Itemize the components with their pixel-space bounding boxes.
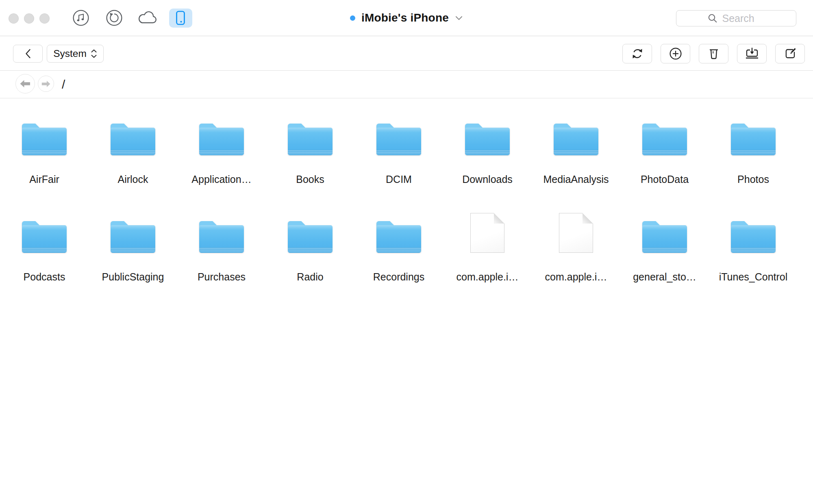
item-com-apple-1[interactable]: com.apple.i… (443, 214, 532, 283)
search-input[interactable] (722, 12, 765, 25)
action-buttons (622, 44, 805, 63)
item-label: Purchases (198, 271, 246, 283)
folder-icon (22, 124, 67, 155)
item-label: general_sto… (633, 271, 696, 283)
item-label: Books (296, 173, 324, 185)
folder-icon (642, 124, 687, 155)
item-publicstaging[interactable]: PublicStaging (89, 214, 177, 283)
item-general-storage[interactable]: general_sto… (620, 214, 709, 283)
folder-icon (376, 124, 421, 155)
title-bar: iMobie's iPhone (0, 0, 813, 36)
install-to-device-icon (743, 46, 761, 62)
folder-icon (288, 221, 333, 253)
window-controls (9, 13, 50, 24)
device-title-dropdown[interactable]: iMobie's iPhone (350, 0, 463, 36)
plus-circle-icon (667, 46, 684, 62)
current-path: / (62, 71, 65, 98)
item-label: com.apple.i… (545, 271, 607, 283)
item-airlock[interactable]: Airlock (89, 116, 177, 185)
item-label: Airlock (117, 173, 148, 185)
folder-icon (731, 124, 776, 155)
mode-switcher (69, 0, 192, 36)
folder-icon (199, 124, 244, 155)
folder-icon (111, 124, 155, 155)
close-button[interactable] (9, 13, 19, 24)
app-window: iMobie's iPhone System (0, 0, 813, 504)
folder-icon (288, 124, 333, 155)
folder-icon (111, 221, 155, 253)
item-purchases[interactable]: Purchases (177, 214, 266, 283)
item-label: Radio (297, 271, 323, 283)
item-label: Recordings (373, 271, 424, 283)
connected-status-dot (350, 15, 355, 21)
item-mediaanalysis[interactable]: MediaAnalysis (532, 116, 620, 185)
minimize-button[interactable] (24, 13, 34, 24)
item-photos[interactable]: Photos (709, 116, 798, 185)
item-itunes-control[interactable]: iTunes_Control (709, 214, 798, 283)
item-downloads[interactable]: Downloads (443, 116, 532, 185)
item-label: Downloads (462, 173, 513, 185)
device-tab[interactable] (169, 9, 192, 28)
category-select[interactable]: System (47, 45, 104, 63)
folder-icon (376, 221, 421, 253)
folder-icon (731, 221, 776, 253)
device-icon (176, 11, 186, 26)
breadcrumb: / (0, 71, 813, 98)
music-icon (72, 9, 90, 27)
stepper-chevrons-icon (91, 49, 97, 58)
folder-icon (199, 221, 244, 253)
chevron-left-icon (24, 48, 32, 59)
item-label: com.apple.i… (456, 271, 519, 283)
search-field[interactable] (676, 10, 796, 26)
cloud-tab[interactable] (136, 9, 159, 28)
item-radio[interactable]: Radio (266, 214, 354, 283)
category-value: System (53, 48, 87, 59)
add-button[interactable] (661, 44, 690, 63)
cloud-icon (137, 10, 158, 26)
folder-icon (642, 221, 687, 253)
arrow-left-icon (20, 80, 30, 88)
file-icon (470, 213, 504, 253)
restore-icon (105, 9, 123, 27)
folder-icon (465, 124, 510, 155)
music-tab[interactable] (69, 9, 92, 28)
file-icon (559, 213, 593, 253)
zoom-button[interactable] (39, 13, 50, 24)
item-label: Photos (737, 173, 769, 185)
refresh-icon (629, 46, 646, 62)
arrow-right-icon (41, 80, 50, 87)
back-button[interactable] (13, 45, 43, 63)
item-label: DCIM (386, 173, 412, 185)
restore-tab[interactable] (102, 9, 126, 28)
item-application[interactable]: Application… (177, 116, 266, 185)
item-podcasts[interactable]: Podcasts (0, 214, 89, 283)
item-dcim[interactable]: DCIM (354, 116, 443, 185)
delete-button[interactable] (699, 44, 728, 63)
item-label: MediaAnalysis (543, 173, 609, 185)
folder-icon (22, 221, 67, 253)
item-photodata[interactable]: PhotoData (620, 116, 709, 185)
compose-icon (782, 46, 798, 62)
search-icon (707, 13, 718, 24)
item-label: Podcasts (24, 271, 65, 283)
item-label: Application… (191, 173, 251, 185)
item-com-apple-2[interactable]: com.apple.i… (532, 214, 620, 283)
item-label: PhotoData (641, 173, 689, 185)
item-label: PublicStaging (102, 271, 164, 283)
toolbar: System (0, 36, 813, 71)
chevron-down-icon (455, 15, 463, 21)
item-books[interactable]: Books (266, 116, 354, 185)
file-grid: AirFair Airlock Application… Books DCIM … (0, 98, 813, 283)
history-back-button[interactable] (15, 74, 35, 93)
trash-icon (706, 46, 722, 62)
install-to-device-button[interactable] (737, 44, 767, 63)
device-title: iMobie's iPhone (361, 11, 449, 24)
item-label: AirFair (29, 173, 59, 185)
folder-icon (554, 124, 598, 155)
item-airfair[interactable]: AirFair (0, 116, 89, 185)
item-recordings[interactable]: Recordings (354, 214, 443, 283)
history-forward-button[interactable] (38, 76, 54, 92)
compose-button[interactable] (775, 44, 805, 63)
item-label: iTunes_Control (719, 271, 788, 283)
refresh-button[interactable] (622, 44, 652, 63)
